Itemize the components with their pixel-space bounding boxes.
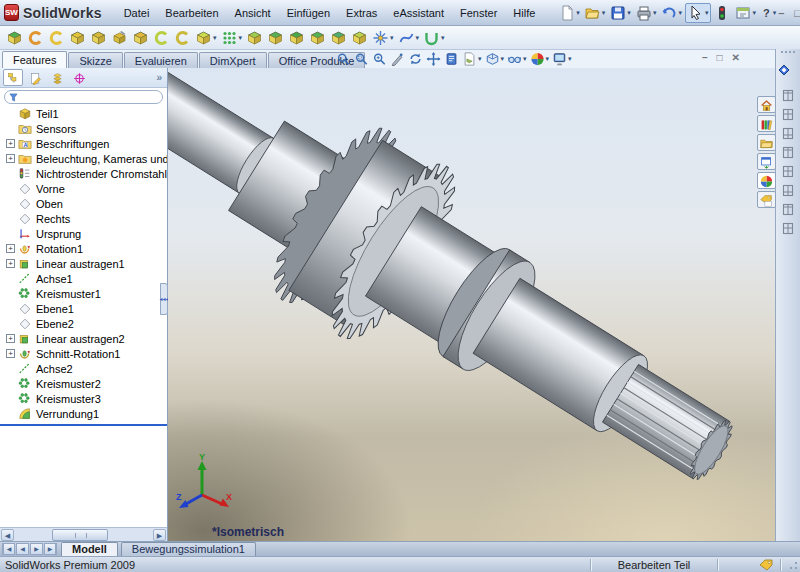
doc-close-button[interactable]: ✕: [732, 52, 740, 63]
tabs-overflow-button[interactable]: »: [156, 72, 164, 83]
boundary-boss-button[interactable]: [89, 28, 108, 48]
hide-show-items-button[interactable]: ▾: [507, 52, 527, 66]
save-document-button[interactable]: ▾: [608, 3, 633, 23]
tab-skizze[interactable]: Skizze: [68, 52, 122, 68]
right-toolbar-icon[interactable]: [781, 88, 795, 103]
right-toolbar-icon[interactable]: [781, 221, 795, 236]
view-orientation-button[interactable]: ▾: [485, 52, 505, 66]
next-tab-button[interactable]: ▶: [30, 543, 43, 555]
custom-properties-tab[interactable]: [757, 191, 776, 208]
resize-grip[interactable]: [787, 559, 799, 571]
3d-drawing-view-button[interactable]: [444, 52, 459, 66]
expand-icon[interactable]: +: [6, 244, 15, 253]
model-3d[interactable]: [168, 68, 775, 541]
edit-appearance-button[interactable]: ▾: [530, 52, 550, 66]
view-palette-tab[interactable]: [757, 153, 776, 170]
tree-item-verrundung1[interactable]: Verrundung1: [0, 406, 167, 421]
right-toolbar-icon[interactable]: [781, 202, 795, 217]
section-view-button[interactable]: ▾: [462, 52, 482, 66]
dropdown-caret-icon[interactable]: ▾: [773, 9, 777, 17]
tree-item-vorne[interactable]: Vorne: [0, 181, 167, 196]
tree-item-beleuchtung-kameras-und-b-h[interactable]: +Beleuchtung, Kameras und Büh: [0, 151, 167, 166]
instant3d-button[interactable]: ▾: [422, 28, 446, 48]
zoom-in-out-button[interactable]: [372, 52, 387, 66]
menu-ansicht[interactable]: Ansicht: [227, 4, 279, 22]
configuration-manager-tab[interactable]: [47, 69, 67, 86]
feature-tree-tab[interactable]: [3, 69, 23, 86]
scroll-right-button[interactable]: ▶: [153, 529, 166, 541]
dropdown-caret-icon[interactable]: ▾: [678, 9, 682, 17]
graphics-viewport[interactable]: Y X Z *Isometrisch: [168, 68, 775, 541]
dropdown-caret-icon[interactable]: ▾: [568, 55, 572, 63]
right-toolbar-icon[interactable]: [781, 126, 795, 141]
swept-boss-button[interactable]: [47, 28, 66, 48]
tree-item-linear-austragen1[interactable]: +Linear austragen1: [0, 256, 167, 271]
tree-filter-input[interactable]: [4, 90, 163, 104]
minimize-button[interactable]: –: [778, 6, 784, 20]
undo-button[interactable]: ▾: [659, 3, 684, 23]
extruded-boss-button[interactable]: [5, 28, 24, 48]
options-button[interactable]: ▾: [733, 3, 758, 23]
menu-bearbeiten[interactable]: Bearbeiten: [157, 4, 226, 22]
tag-icon[interactable]: [759, 559, 773, 571]
new-document-button[interactable]: ▾: [557, 3, 582, 23]
tree-item-achse2[interactable]: Achse2: [0, 361, 167, 376]
previous-view-button[interactable]: [390, 52, 405, 66]
dropdown-caret-icon[interactable]: ▾: [478, 55, 482, 63]
prev-tab-button[interactable]: ◀: [16, 543, 29, 555]
dropdown-caret-icon[interactable]: ▾: [213, 34, 217, 42]
dropdown-caret-icon[interactable]: ▾: [523, 55, 527, 63]
swept-cut-button[interactable]: [173, 28, 192, 48]
tree-item-sensors[interactable]: Sensors: [0, 121, 167, 136]
expand-icon[interactable]: +: [6, 259, 15, 268]
solidworks-resources-icon[interactable]: [776, 62, 792, 78]
tree-item-beschriftungen[interactable]: +ABeschriftungen: [0, 136, 167, 151]
dropdown-caret-icon[interactable]: ▾: [653, 9, 657, 17]
solidworks-resources-tab[interactable]: [757, 96, 776, 113]
tab-modell[interactable]: Modell: [61, 542, 118, 556]
dropdown-caret-icon[interactable]: ▾: [576, 9, 580, 17]
apply-scene-button[interactable]: ▾: [552, 52, 572, 66]
hole-wizard-button[interactable]: [131, 28, 150, 48]
design-library-tab[interactable]: [757, 115, 776, 132]
tab-evaluieren[interactable]: Evaluieren: [124, 52, 198, 68]
lofted-boss-button[interactable]: [68, 28, 87, 48]
rebuild-button[interactable]: [712, 3, 732, 23]
dome-button[interactable]: [329, 28, 348, 48]
toolbar-grip[interactable]: [781, 51, 795, 57]
dropdown-caret-icon[interactable]: ▾: [239, 34, 243, 42]
menu-extras[interactable]: Extras: [338, 4, 385, 22]
appearances-tab[interactable]: [757, 172, 776, 189]
pan-button[interactable]: [426, 52, 441, 66]
menu-hilfe[interactable]: Hilfe: [505, 4, 543, 22]
menu-einf-gen[interactable]: Einfügen: [279, 4, 338, 22]
open-document-button[interactable]: ▾: [583, 3, 608, 23]
dimxpert-manager-tab[interactable]: [69, 69, 89, 86]
expand-icon[interactable]: +: [6, 139, 15, 148]
scroll-left-button[interactable]: ◀: [1, 529, 14, 541]
revolved-cut-button[interactable]: [152, 28, 171, 48]
maximize-button[interactable]: □: [794, 6, 800, 20]
right-toolbar-icon[interactable]: [781, 145, 795, 160]
scrollbar-thumb[interactable]: [52, 529, 108, 541]
menu-eassistant[interactable]: eAssistant: [385, 4, 452, 22]
dropdown-caret-icon[interactable]: ▾: [627, 9, 631, 17]
right-toolbar-icon[interactable]: [781, 107, 795, 122]
rotate-view-button[interactable]: [408, 52, 423, 66]
tree-item-kreismuster1[interactable]: Kreismuster1: [0, 286, 167, 301]
tree-item-achse1[interactable]: Achse1: [0, 271, 167, 286]
tree-item-ursprung[interactable]: Ursprung: [0, 226, 167, 241]
expand-icon[interactable]: +: [6, 154, 15, 163]
right-toolbar-icon[interactable]: [781, 164, 795, 179]
linear-pattern-button[interactable]: ▾: [220, 28, 244, 48]
tree-item-rechts[interactable]: Rechts: [0, 211, 167, 226]
tab-dimxpert[interactable]: DimXpert: [199, 52, 267, 68]
mirror-button[interactable]: [350, 28, 369, 48]
revolved-boss-button[interactable]: [26, 28, 45, 48]
help-button[interactable]: ?▾: [759, 3, 778, 23]
expand-icon[interactable]: +: [6, 334, 15, 343]
reference-geometry-button[interactable]: ▾: [371, 28, 395, 48]
tree-item-kreismuster3[interactable]: Kreismuster3: [0, 391, 167, 406]
expand-icon[interactable]: +: [6, 349, 15, 358]
rollback-bar[interactable]: [0, 424, 167, 426]
